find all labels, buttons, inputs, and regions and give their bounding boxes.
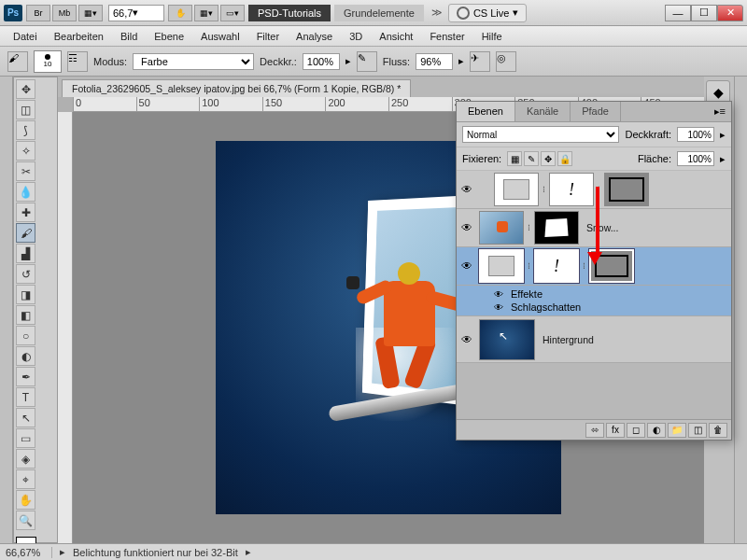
pen-tool[interactable]: ✒: [16, 367, 35, 386]
blur-tool[interactable]: ○: [16, 326, 35, 345]
screen-button[interactable]: ▭▾: [220, 5, 245, 21]
menu-datei[interactable]: Datei: [6, 29, 45, 44]
layer-thumb[interactable]: [479, 249, 524, 283]
arrange-button[interactable]: ▦▾: [194, 5, 218, 21]
opacity-input[interactable]: [677, 127, 714, 142]
menu-bearbeiten[interactable]: Bearbeiten: [47, 29, 111, 44]
eye-icon[interactable]: 👁: [458, 181, 475, 198]
shape-tool[interactable]: ▭: [16, 428, 35, 448]
fx-effekte[interactable]: Effekte: [494, 287, 729, 301]
crop-tool[interactable]: ✂: [16, 161, 35, 181]
eraser-tool[interactable]: ◨: [16, 285, 35, 304]
link-layers-icon[interactable]: ⬄: [585, 423, 604, 438]
layer-name[interactable]: Snow...: [583, 222, 729, 233]
close-button[interactable]: ✕: [717, 5, 743, 21]
menu-analyse[interactable]: Analyse: [289, 29, 340, 44]
3d-tool[interactable]: ◈: [16, 449, 35, 469]
layout-button[interactable]: ▦▾: [78, 5, 103, 21]
zoom-tool[interactable]: 🔍: [16, 511, 35, 530]
link-icon: ⁞: [583, 261, 585, 271]
minimize-button[interactable]: —: [665, 5, 691, 21]
layers-panel: Ebenen Kanäle Pfade ▸≡ Normal Deckkraft:…: [456, 101, 732, 441]
layer-mask-thumb[interactable]: [534, 211, 579, 245]
tablet-opacity-button[interactable]: ✎: [357, 51, 377, 72]
deck-input[interactable]: [303, 53, 340, 70]
tab-kanale[interactable]: Kanäle: [515, 102, 571, 121]
vector-mask-thumb[interactable]: [604, 173, 649, 206]
menu-ansicht[interactable]: Ansicht: [372, 29, 420, 44]
layer-mask-thumb[interactable]: !: [549, 173, 594, 206]
menu-auswahl[interactable]: Auswahl: [193, 29, 247, 44]
opacity-label: Deckkraft:: [625, 129, 671, 140]
eye-icon[interactable]: 👁: [458, 258, 475, 274]
lock-pixels-icon[interactable]: ✎: [524, 151, 539, 166]
menu-hilfe[interactable]: Hilfe: [474, 29, 510, 44]
brush-tool[interactable]: 🖌: [16, 223, 35, 243]
layer-mask-thumb[interactable]: !: [534, 249, 579, 283]
fluss-input[interactable]: [416, 53, 453, 70]
mask-icon[interactable]: ◻: [627, 423, 645, 438]
new-layer-icon[interactable]: ◫: [688, 423, 707, 438]
blend-mode-select[interactable]: Normal: [462, 126, 619, 143]
status-arrow-icon[interactable]: ▸: [246, 546, 251, 558]
fx-icon[interactable]: fx: [606, 423, 625, 438]
history-brush-tool[interactable]: ↺: [16, 264, 35, 284]
document-tab[interactable]: Fotolia_23629605_S_aleksey ipatov.jpg be…: [62, 79, 411, 97]
minibridge-button[interactable]: Mb: [52, 5, 77, 21]
fill-input[interactable]: [677, 151, 714, 166]
layer-name[interactable]: Hintergrund: [539, 334, 729, 345]
dodge-tool[interactable]: ◐: [16, 346, 35, 366]
layer-thumb[interactable]: [479, 319, 535, 360]
layer-hintergrund[interactable]: 👁 Hintergrund: [457, 316, 731, 363]
brush-panel-button[interactable]: ☶: [67, 51, 88, 72]
menu-fenster[interactable]: Fenster: [422, 29, 472, 44]
eye-icon[interactable]: 👁: [458, 331, 475, 348]
tablet-size-button[interactable]: ◎: [496, 51, 516, 72]
layer-thumb[interactable]: [479, 211, 524, 245]
workspace-tab-2[interactable]: Grundelemente: [334, 5, 424, 21]
hand-tool[interactable]: ✋: [16, 490, 35, 510]
hand-button[interactable]: ✋: [168, 5, 192, 21]
stamp-tool[interactable]: ▟: [16, 244, 35, 263]
brush-preview[interactable]: 10: [34, 50, 62, 73]
wand-tool[interactable]: ✧: [16, 141, 35, 161]
path-tool[interactable]: ↖: [16, 408, 35, 427]
adjustment-icon[interactable]: ◐: [647, 423, 666, 438]
status-zoom[interactable]: 66,67%: [6, 547, 52, 558]
lock-transparent-icon[interactable]: ▦: [507, 151, 522, 166]
lasso-tool[interactable]: ⟆: [16, 120, 35, 140]
tab-pfade[interactable]: Pfade: [571, 102, 621, 121]
fx-schlagschatten[interactable]: Schlagschatten: [494, 301, 729, 314]
chevron-icon[interactable]: ≫: [431, 7, 443, 19]
maximize-button[interactable]: ☐: [691, 5, 717, 21]
zoom-dropdown[interactable]: 66,7 ▾: [108, 5, 164, 21]
tool-preset-button[interactable]: 🖌: [7, 51, 28, 72]
tab-ebenen[interactable]: Ebenen: [457, 102, 515, 121]
menu-ebene[interactable]: Ebene: [147, 29, 191, 44]
cslive-button[interactable]: CS Live ▾: [448, 4, 528, 22]
menu-bild[interactable]: Bild: [113, 29, 145, 44]
fluss-scrub[interactable]: ▸: [458, 55, 464, 67]
gradient-tool[interactable]: ◧: [16, 305, 35, 325]
group-icon[interactable]: 📁: [668, 423, 686, 438]
menu-3d[interactable]: 3D: [342, 29, 370, 44]
type-tool[interactable]: T: [16, 387, 35, 407]
menu-filter[interactable]: Filter: [249, 29, 287, 44]
bridge-button[interactable]: Br: [26, 5, 50, 21]
workspace-tab-1[interactable]: PSD-Tutorials: [248, 5, 331, 21]
camera-tool[interactable]: ⌖: [16, 469, 35, 489]
eyedropper-tool[interactable]: 💧: [16, 182, 35, 202]
airbrush-button[interactable]: ✈: [470, 51, 490, 72]
lock-all-icon[interactable]: 🔒: [557, 151, 572, 166]
trash-icon[interactable]: 🗑: [709, 423, 727, 438]
move-tool[interactable]: ✥: [16, 79, 35, 99]
status-arrow-icon[interactable]: ▸: [60, 546, 65, 558]
layer-thumb[interactable]: [494, 173, 539, 206]
modus-select[interactable]: Farbe: [133, 53, 254, 70]
lock-position-icon[interactable]: ✥: [541, 151, 556, 166]
panel-menu-icon[interactable]: ▸≡: [709, 102, 731, 121]
marquee-tool[interactable]: ◫: [16, 100, 35, 119]
eye-icon[interactable]: 👁: [458, 219, 475, 236]
heal-tool[interactable]: ✚: [16, 203, 35, 222]
deck-scrub[interactable]: ▸: [345, 55, 351, 67]
